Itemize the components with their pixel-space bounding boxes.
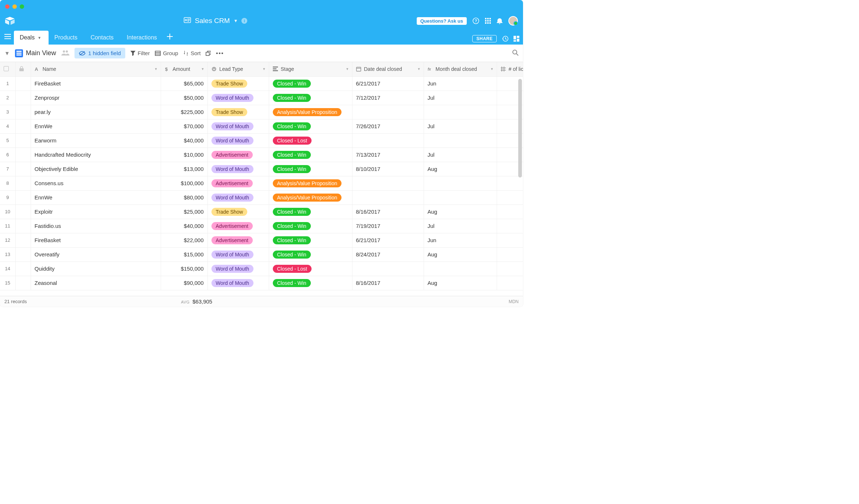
cell-date-closed[interactable]: 8/10/2017 [352,162,424,176]
row-expand-cell[interactable] [15,176,31,190]
row-number[interactable]: 5 [0,133,15,148]
cell-amount[interactable]: $15,000 [161,247,207,261]
row-number[interactable]: 3 [0,105,15,119]
menu-icon[interactable] [4,34,11,39]
table-tab[interactable]: Interactions [121,31,164,45]
cell-name[interactable]: EnnWe [31,190,161,205]
hidden-fields-button[interactable]: 1 hidden field [75,48,125,58]
cell-month-closed[interactable]: Aug [424,162,497,176]
select-all-header[interactable] [0,62,15,76]
cell-amount[interactable]: $225,000 [161,105,207,119]
cell-amount[interactable]: $65,000 [161,76,207,91]
cell-date-closed[interactable]: 8/16/2017 [352,276,424,290]
table-row[interactable]: 2Zenprospr$50,000Word of MouthClosed - W… [0,91,523,105]
column-header-licenses[interactable]: # of licens [497,62,523,76]
row-expand-cell[interactable] [15,261,31,276]
cell-date-closed[interactable]: 7/12/2017 [352,91,424,105]
row-number[interactable]: 4 [0,119,15,133]
ask-us-button[interactable]: Questions? Ask us [417,17,467,25]
cell-stage[interactable]: Closed - Win [269,76,352,91]
cell-amount[interactable]: $22,000 [161,233,207,247]
cell-name[interactable]: Fastidio.us [31,219,161,233]
table-row[interactable]: 3pear.ly$225,000Trade ShowAnalysis/Value… [0,105,523,119]
cell-amount[interactable]: $100,000 [161,176,207,190]
notifications-bell-icon[interactable] [497,18,503,24]
cell-month-closed[interactable] [424,190,497,205]
cell-stage[interactable]: Closed - Win [269,247,352,261]
table-row[interactable]: 12FireBasket$22,000AdvertisementClosed -… [0,233,523,247]
filter-button[interactable]: Filter [130,50,150,56]
summary-avg[interactable]: AVG $63,905 [181,298,212,305]
row-expand-cell[interactable] [15,133,31,148]
cell-amount[interactable]: $70,000 [161,119,207,133]
table-row[interactable]: 14Quiddity$150,000Word of MouthClosed - … [0,261,523,276]
cell-name[interactable]: Quiddity [31,261,161,276]
table-row[interactable]: 6Handcrafted Mediocrity$10,000Advertisem… [0,148,523,162]
cell-lead-type[interactable]: Word of Mouth [207,276,269,290]
cell-lead-type[interactable]: Advertisement [207,148,269,162]
column-header-month-closed[interactable]: fxMonth deal closed▼ [424,62,497,76]
cell-name[interactable]: Earworm [31,133,161,148]
cell-date-closed[interactable]: 8/16/2017 [352,205,424,219]
column-header-date-closed[interactable]: Date deal closed▼ [352,62,424,76]
row-number[interactable]: 14 [0,261,15,276]
cell-lead-type[interactable]: Trade Show [207,205,269,219]
row-expand-cell[interactable] [15,148,31,162]
help-icon[interactable]: ? [473,18,479,24]
cell-stage[interactable]: Closed - Win [269,162,352,176]
collaborators-icon[interactable] [61,50,69,57]
cell-amount[interactable]: $150,000 [161,261,207,276]
cell-date-closed[interactable]: 7/26/2017 [352,119,424,133]
sort-button[interactable]: Sort [183,50,201,56]
cell-date-closed[interactable]: 8/24/2017 [352,247,424,261]
cell-stage[interactable]: Closed - Win [269,119,352,133]
row-number[interactable]: 6 [0,148,15,162]
cell-amount[interactable]: $90,000 [161,276,207,290]
row-expand-cell[interactable] [15,105,31,119]
row-expand-cell[interactable] [15,91,31,105]
scrollbar-thumb[interactable] [518,79,522,177]
base-title-area[interactable]: Sales CRM ▼ i [19,16,412,26]
close-window-button[interactable] [5,4,9,9]
cell-lead-type[interactable]: Word of Mouth [207,91,269,105]
row-expand-cell[interactable] [15,205,31,219]
cell-stage[interactable]: Closed - Win [269,91,352,105]
more-icon[interactable]: ••• [216,50,224,56]
table-row[interactable]: 13Overeatify$15,000Word of MouthClosed -… [0,247,523,261]
search-icon[interactable] [512,49,519,57]
cell-lead-type[interactable]: Trade Show [207,76,269,91]
column-header-amount[interactable]: $Amount▼ [161,62,207,76]
table-row[interactable]: 11Fastidio.us$40,000AdvertisementClosed … [0,219,523,233]
cell-date-closed[interactable]: 6/21/2017 [352,233,424,247]
cell-date-closed[interactable] [352,176,424,190]
cell-name[interactable]: Handcrafted Mediocrity [31,148,161,162]
cell-amount[interactable]: $40,000 [161,133,207,148]
cell-name[interactable]: Objectively Edible [31,162,161,176]
cell-stage[interactable]: Closed - Win [269,219,352,233]
table-tab[interactable]: Products [49,31,85,45]
cell-month-closed[interactable]: Aug [424,205,497,219]
cell-month-closed[interactable]: Aug [424,276,497,290]
cell-stage[interactable]: Closed - Win [269,233,352,247]
cell-name[interactable]: FireBasket [31,76,161,91]
cell-stage[interactable]: Analysis/Value Proposition [269,105,352,119]
table-row[interactable]: 15Zeasonal$90,000Word of MouthClosed - W… [0,276,523,290]
history-icon[interactable] [502,35,508,42]
cell-date-closed[interactable]: 7/13/2017 [352,148,424,162]
cell-amount[interactable]: $25,000 [161,205,207,219]
cell-month-closed[interactable] [424,105,497,119]
cell-name[interactable]: EnnWe [31,119,161,133]
cell-lead-type[interactable]: Word of Mouth [207,133,269,148]
row-number[interactable]: 11 [0,219,15,233]
cell-name[interactable]: Zenprospr [31,91,161,105]
cell-lead-type[interactable]: Advertisement [207,219,269,233]
row-expand-cell[interactable] [15,219,31,233]
group-button[interactable]: Group [155,50,178,56]
row-expand-cell[interactable] [15,162,31,176]
cell-stage[interactable]: Closed - Win [269,148,352,162]
row-expand-cell[interactable] [15,233,31,247]
table-tab[interactable]: Contacts [85,31,121,45]
cell-lead-type[interactable]: Trade Show [207,105,269,119]
cell-amount[interactable]: $80,000 [161,190,207,205]
cell-amount[interactable]: $50,000 [161,91,207,105]
